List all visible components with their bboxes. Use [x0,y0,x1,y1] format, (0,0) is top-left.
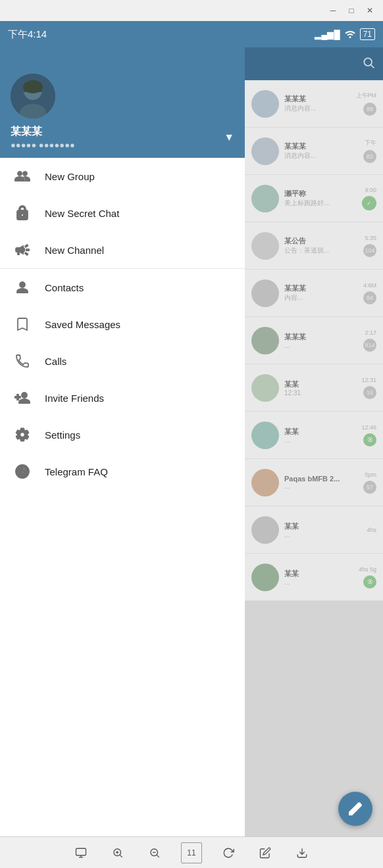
chat-item: 某某 12:31 12:31 16 [245,364,383,412]
chat-item: 某某 ... 4hs 5g ⦿ [245,554,383,601]
invite-friends-label: Invite Friends [45,393,104,404]
person-icon [13,278,32,297]
title-bar: ─ □ ✕ [0,0,383,21]
chat-item: 濑平称 美上标跑路好... 9:00 ✓ [245,175,383,222]
new-channel-item[interactable]: New Channel [0,231,245,268]
zoom-out-button[interactable] [144,842,165,863]
battery-icon: 71 [360,28,375,40]
chat-item: 某某某 内容... 4:6M 84 [245,270,383,317]
page-number: 11 [181,842,202,863]
new-group-label: New Group [45,171,95,182]
monitor-icon[interactable] [70,842,91,863]
gear-icon [13,425,32,444]
person-add-icon [13,389,32,407]
calls-item[interactable]: Calls [0,343,245,379]
avatar[interactable] [11,74,55,118]
saved-messages-item[interactable]: Saved Messages [0,306,245,343]
svg-rect-7 [76,848,86,856]
settings-label: Settings [45,429,80,441]
chat-list: 某某某 消息内容... 上午PM 88 某某某 消息内容... 下午 82 濑平… [245,80,383,601]
chat-item: 某某某 消息内容... 下午 82 [245,128,383,175]
bookmark-icon [13,315,32,333]
new-secret-chat-item[interactable]: New Secret Chat [0,195,245,231]
chat-header [245,47,383,80]
svg-line-11 [120,855,122,857]
status-bar: 下午4:14 ▂▄▆█ 71 [0,21,383,47]
chat-item: 某某 ... 4hs [245,506,383,554]
status-icons: ▂▄▆█ 71 [315,28,375,40]
menu-section-main: Contacts Saved Messages Calls [0,269,245,490]
edit-button[interactable] [255,842,276,863]
user-name: 某某某 [11,125,75,139]
settings-item[interactable]: Settings [0,416,245,453]
status-time: 下午4:14 [8,28,47,41]
svg-rect-6 [24,87,42,92]
group-icon [13,167,32,185]
sidebar: 某某某 ●●●●● ●●●●●●● ▼ New Group [0,47,245,868]
new-channel-label: New Channel [45,245,104,256]
signal-icon: ▂▄▆█ [315,30,340,39]
faq-label: Telegram FAQ [45,466,108,477]
compose-fab-button[interactable] [338,792,372,826]
faq-item[interactable]: Telegram FAQ [0,453,245,490]
megaphone-icon [13,241,32,259]
user-phone: ●●●●● ●●●●●●● [11,140,75,150]
contacts-item[interactable]: Contacts [0,269,245,306]
zoom-in-button[interactable] [107,842,128,863]
phone-icon [13,352,32,370]
contacts-label: Contacts [45,282,84,293]
maximize-button[interactable]: □ [344,3,359,18]
svg-line-15 [157,855,159,857]
sidebar-header: 某某某 ●●●●● ●●●●●●● ▼ [0,47,245,158]
chat-item: Paqas bMFB 2... ... 5pm 57 [245,459,383,506]
wifi-icon [344,29,356,40]
chat-item: 某某某 消息内容... 上午PM 88 [245,80,383,128]
lock-icon [13,204,32,222]
search-icon[interactable] [362,56,375,72]
new-group-item[interactable]: New Group [0,158,245,195]
question-icon [13,462,32,481]
menu-section-new: New Group New Secret Chat New Channel [0,158,245,268]
close-button[interactable]: ✕ [362,3,378,18]
chat-item: 某某 ... 12:46 ⦿ [245,412,383,459]
invite-friends-item[interactable]: Invite Friends [0,379,245,416]
chat-item: 某某某 ... 2:17 814 [245,317,383,364]
bottom-toolbar: 11 [0,836,383,868]
chat-item: 某公告 公告：茶道脱... 5:35 104 [245,222,383,270]
calls-label: Calls [45,356,66,367]
new-secret-chat-label: New Secret Chat [45,208,119,219]
saved-messages-label: Saved Messages [45,319,120,330]
dropdown-arrow-icon[interactable]: ▼ [224,132,234,143]
main-area: 某某某 消息内容... 上午PM 88 某某某 消息内容... 下午 82 濑平… [0,47,383,868]
refresh-button[interactable] [218,842,239,863]
minimize-button[interactable]: ─ [325,3,341,18]
download-button[interactable] [292,842,313,863]
svg-point-0 [364,58,372,66]
svg-line-1 [371,65,374,68]
